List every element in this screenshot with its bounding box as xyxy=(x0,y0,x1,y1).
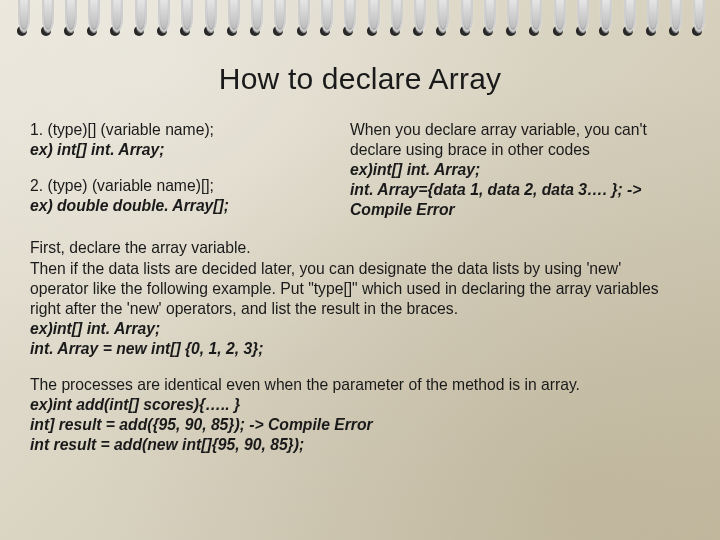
binding-ring xyxy=(411,0,425,38)
code-example: int. Array = new int[] {0, 1, 2, 3}; xyxy=(30,339,690,359)
binding-ring xyxy=(458,0,472,38)
declaration-form-2: 2. (type) (variable name)[]; ex) double … xyxy=(30,176,310,216)
code-example: int result = add(new int[]{95, 90, 85}); xyxy=(30,435,690,455)
declaration-form-1: 1. (type)[] (variable name); ex) int[] i… xyxy=(30,120,310,160)
binding-ring xyxy=(225,0,239,38)
binding-ring xyxy=(108,0,122,38)
code-example: int] result = add({95, 90, 85}); -> Comp… xyxy=(30,415,690,435)
binding-ring xyxy=(644,0,658,38)
code-example: ex) double double. Array[]; xyxy=(30,196,310,216)
binding-ring xyxy=(15,0,29,38)
two-column-block: 1. (type)[] (variable name); ex) int[] i… xyxy=(30,120,690,220)
text-line: 1. (type)[] (variable name); xyxy=(30,120,310,140)
right-column: When you declare array variable, you can… xyxy=(350,120,690,220)
binding-ring xyxy=(248,0,262,38)
code-example: ex) int[] int. Array; xyxy=(30,140,310,160)
binding-ring xyxy=(39,0,53,38)
binding-ring xyxy=(62,0,76,38)
slide-title: How to declare Array xyxy=(30,62,690,96)
paragraph-1: First, declare the array variable. Then … xyxy=(30,238,690,359)
text-line: operator like the following example. Put… xyxy=(30,279,690,299)
code-example: ex)int[] int. Array; xyxy=(30,319,690,339)
binding-ring xyxy=(341,0,355,38)
binding-ring xyxy=(434,0,448,38)
binding-ring xyxy=(527,0,541,38)
text-line: declare using brace in other codes xyxy=(350,140,690,160)
binding-ring xyxy=(318,0,332,38)
text-line: The processes are identical even when th… xyxy=(30,375,690,395)
binding-ring xyxy=(504,0,518,38)
code-example: int. Array={data 1, data 2, data 3…. }; … xyxy=(350,180,690,200)
text-line: right after the 'new' operators, and lis… xyxy=(30,299,690,319)
code-example: ex)int add(int[] scores){….. } xyxy=(30,395,690,415)
binding-ring xyxy=(132,0,146,38)
spiral-binding xyxy=(0,0,720,44)
code-example: ex)int[] int. Array; xyxy=(350,160,690,180)
binding-ring xyxy=(667,0,681,38)
binding-ring xyxy=(551,0,565,38)
binding-ring xyxy=(178,0,192,38)
text-line: When you declare array variable, you can… xyxy=(350,120,690,140)
text-line: Then if the data lists are decided later… xyxy=(30,259,690,279)
binding-ring xyxy=(481,0,495,38)
binding-ring xyxy=(365,0,379,38)
binding-ring xyxy=(155,0,169,38)
code-example: Compile Error xyxy=(350,200,690,220)
binding-ring xyxy=(271,0,285,38)
text-line: 2. (type) (variable name)[]; xyxy=(30,176,310,196)
binding-ring xyxy=(388,0,402,38)
binding-ring xyxy=(597,0,611,38)
binding-ring xyxy=(690,0,704,38)
binding-ring xyxy=(295,0,309,38)
binding-ring xyxy=(202,0,216,38)
binding-ring xyxy=(85,0,99,38)
page-content: How to declare Array 1. (type)[] (variab… xyxy=(0,44,720,540)
paragraph-2: The processes are identical even when th… xyxy=(30,375,690,455)
left-column: 1. (type)[] (variable name); ex) int[] i… xyxy=(30,120,310,220)
binding-ring xyxy=(621,0,635,38)
text-line: First, declare the array variable. xyxy=(30,238,690,258)
binding-ring xyxy=(574,0,588,38)
